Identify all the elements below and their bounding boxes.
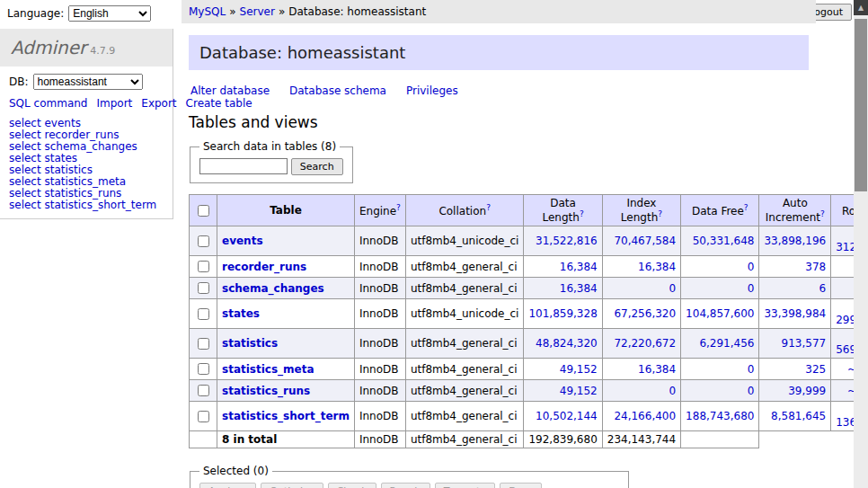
row-checkbox-statistics_runs[interactable] [198,385,209,396]
alter-database-link[interactable]: Alter database [190,84,270,97]
column-header-table: Table [217,195,355,226]
scrollbar[interactable]: ▲ [854,0,868,488]
index-length-cell: 67,256,320 [602,299,680,329]
help-link-auto-increment[interactable]: ? [820,209,825,218]
row-checkbox-recorder_runs[interactable] [198,261,209,272]
auto-increment-value-link[interactable]: 8,581,645 [771,410,826,422]
data-free-value-link[interactable]: 104,857,600 [686,307,754,320]
database-schema-link[interactable]: Database schema [289,84,386,97]
analyze-button[interactable]: Analyze [199,483,256,488]
auto-increment-value-link[interactable]: 33,898,196 [764,235,826,247]
row-checkbox-statistics[interactable] [198,338,209,350]
index-length-cell: 24,166,400 [602,402,680,431]
total-data-length-cell: 192,839,680 [524,431,602,448]
index-length-value-link[interactable]: 16,384 [638,363,676,376]
repair-button[interactable]: Repair [381,483,430,488]
table-link-statistics_short_term[interactable]: statistics_short_term [222,410,350,422]
data-free-value-link[interactable]: 0 [748,282,755,295]
row-checkbox-events[interactable] [198,235,209,247]
search-button[interactable]: Search [291,158,343,175]
data-length-value-link[interactable]: 49,152 [560,385,598,397]
select-statistics-short-term-link[interactable]: select statistics_short_term [9,200,164,211]
help-link-collation[interactable]: ? [486,203,491,212]
index-length-value-link[interactable]: 67,256,320 [614,307,676,320]
data-free-value-link[interactable]: 0 [748,385,755,397]
engine-cell: InnoDB [354,226,405,256]
page-title: Database: homeassistant [189,35,809,70]
data-length-value-link[interactable]: 31,522,816 [536,235,598,247]
help-link-engine[interactable]: ? [396,203,401,212]
database-nav-links: Alter databaseDatabase schemaPrivileges [190,84,818,97]
optimize-button[interactable]: Optimize [261,483,323,488]
index-length-value-link[interactable]: 70,467,584 [614,235,676,247]
data-free-value-link[interactable]: 0 [748,363,755,376]
row-checkbox-schema_changes[interactable] [198,282,209,294]
row-checkbox-statistics_meta[interactable] [198,363,209,375]
data-length-cell: 49,152 [524,359,602,380]
auto-increment-cell: 39,999 [759,380,831,402]
scrollbar-thumb[interactable] [855,19,867,191]
privileges-link[interactable]: Privileges [406,84,458,97]
adminer-logo-link[interactable]: Adminer [11,37,86,58]
auto-increment-value-link[interactable]: 6 [819,282,827,295]
breadcrumb-item-mysql[interactable]: MySQL [189,5,226,18]
import-link[interactable]: Import [96,97,132,110]
data-free-cell: 0 [681,359,759,380]
row-checkbox-cell [190,359,217,380]
scrollbar-up-button[interactable]: ▲ [854,0,868,15]
data-free-value-link[interactable]: 6,291,456 [699,337,754,350]
index-length-value-link[interactable]: 72,220,672 [614,337,676,350]
language-select[interactable]: English [68,5,151,22]
search-input[interactable] [199,158,288,174]
data-length-value-link[interactable]: 101,859,328 [528,307,597,320]
help-link-data-length[interactable]: ? [580,209,584,218]
breadcrumb-item-server[interactable]: Server [240,5,275,18]
auto-increment-value-link[interactable]: 33,398,984 [764,307,826,320]
db-select[interactable]: homeassistant [33,74,143,90]
table-name-cell: recorder_runs [217,256,355,278]
breadcrumb-item-database-homeassistant: Database: homeassistant [288,5,426,18]
data-length-value-link[interactable]: 49,152 [560,363,598,376]
data-length-value-link[interactable]: 16,384 [560,261,598,273]
table-link-states[interactable]: states [222,307,260,320]
index-length-value-link[interactable]: 0 [669,385,676,397]
index-length-value-link[interactable]: 0 [669,282,676,295]
data-length-value-link[interactable]: 16,384 [560,282,598,295]
collation-cell: utf8mb4_unicode_ci [405,226,524,256]
data-free-value-link[interactable]: 0 [748,261,755,273]
engine-cell: InnoDB [354,359,405,380]
index-length-cell: 72,220,672 [602,329,680,359]
sidebar-action-links: SQL commandImportExportCreate table [9,97,164,111]
table-link-recorder_runs[interactable]: recorder_runs [222,261,306,273]
help-link-index-length[interactable]: ? [658,209,662,218]
table-link-schema_changes[interactable]: schema_changes [222,282,324,295]
data-free-value-link[interactable]: 50,331,648 [693,235,755,247]
data-free-value-link[interactable]: 188,743,680 [686,410,754,422]
auto-increment-value-link[interactable]: 325 [805,363,826,376]
auto-increment-value-link[interactable]: 39,999 [788,385,826,397]
auto-increment-value-link[interactable]: 913,577 [782,337,827,350]
data-length-value-link[interactable]: 48,824,320 [536,337,598,350]
total-filler-cell [759,431,868,448]
total-collation-cell: utf8mb4_general_ci [405,431,524,448]
index-length-value-link[interactable]: 24,166,400 [614,410,676,422]
help-link-data-free[interactable]: ? [744,203,748,212]
table-name-cell: statistics_meta [217,359,355,380]
check-button[interactable]: Check [328,483,376,488]
data-free-cell: 0 [681,256,759,278]
table-link-statistics_runs[interactable]: statistics_runs [222,385,310,397]
table-link-statistics_meta[interactable]: statistics_meta [222,363,314,376]
table-link-statistics[interactable]: statistics [222,337,278,350]
drop-button[interactable]: Drop [500,483,541,488]
auto-increment-value-link[interactable]: 378 [805,261,826,273]
table-link-events[interactable]: events [222,235,263,247]
data-length-value-link[interactable]: 10,502,144 [536,410,598,422]
tables-table: TableEngine?Collation?Data Length?Index … [189,194,868,448]
select-all-checkbox[interactable] [198,205,209,217]
sql-command-link[interactable]: SQL command [9,97,87,110]
index-length-value-link[interactable]: 16,384 [638,261,676,273]
truncate-button[interactable]: Truncate [435,483,495,488]
row-checkbox-statistics_short_term[interactable] [198,411,209,422]
export-link[interactable]: Export [141,97,176,110]
row-checkbox-states[interactable] [198,308,209,320]
